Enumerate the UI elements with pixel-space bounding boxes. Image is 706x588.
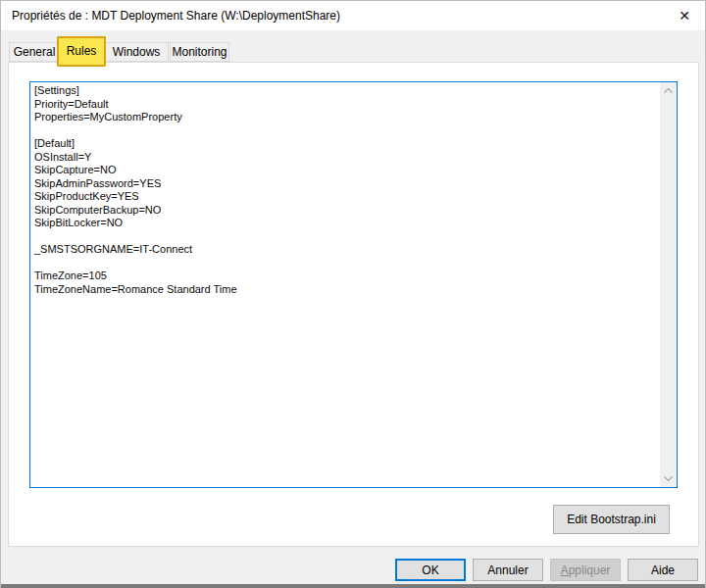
close-icon: ✕ [679,9,690,23]
editor-scrollbar[interactable] [660,82,677,487]
cancel-button[interactable]: Annuler [473,559,543,581]
apply-label: Appliquer [551,564,620,577]
title-bar: Propriétés de : MDT Deployment Share (W:… [1,1,705,30]
tab-general[interactable]: General [9,42,60,62]
close-button[interactable]: ✕ [666,1,703,29]
window-title: Propriétés de : MDT Deployment Share (W:… [12,1,340,30]
scroll-down-button[interactable] [660,470,677,487]
help-label: Aide [629,564,697,577]
window-bottom-edge [1,584,705,588]
edit-bootstrap-button[interactable]: Edit Bootstrap.ini [553,505,670,534]
scroll-up-button[interactable] [660,82,677,99]
apply-button: Appliquer [550,559,621,581]
chevron-up-icon [664,88,673,93]
rules-text-editor[interactable]: [Settings] Priority=Default Properties=M… [29,81,678,488]
edit-bootstrap-label: Edit Bootstrap.ini [554,513,669,526]
rules-text: [Settings] Priority=Default Properties=M… [30,82,660,487]
tab-monitoring[interactable]: Monitoring [170,42,229,62]
ok-button[interactable]: OK [395,559,466,581]
cancel-label: Annuler [474,564,542,577]
chevron-down-icon [664,476,673,481]
properties-dialog: Propriétés de : MDT Deployment Share (W:… [0,0,706,588]
tab-rules[interactable]: Rules [57,36,106,67]
ok-label: OK [397,564,464,577]
help-button[interactable]: Aide [628,559,698,581]
tab-windows-pe[interactable]: Windows PE [104,42,169,62]
